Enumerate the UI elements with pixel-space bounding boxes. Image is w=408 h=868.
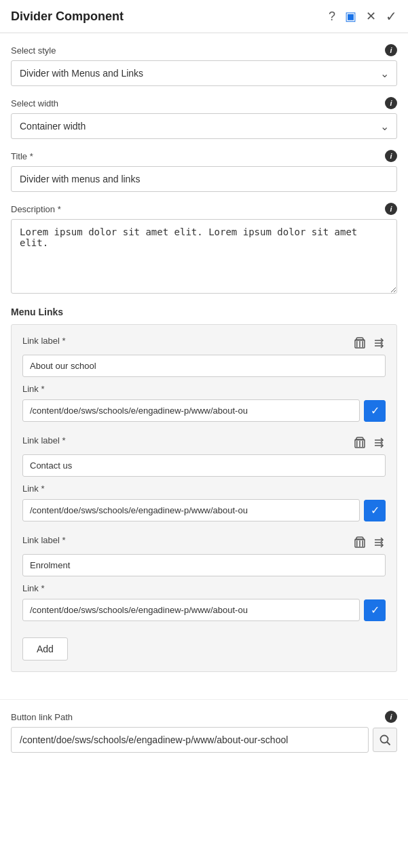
search-icon xyxy=(379,734,391,746)
style-select[interactable]: Divider with Menus and Links xyxy=(11,60,397,86)
reorder-link-button[interactable] xyxy=(372,436,386,450)
width-info-icon[interactable]: i xyxy=(385,97,397,109)
link-item-actions xyxy=(353,435,386,450)
description-info-icon[interactable]: i xyxy=(385,203,397,215)
svg-point-24 xyxy=(381,736,388,743)
link-label-label: Link label * xyxy=(22,535,348,545)
link-label-label: Link label * xyxy=(22,336,348,346)
reorder-link-button[interactable] xyxy=(372,536,386,549)
link-item-actions xyxy=(353,535,386,550)
link-item-actions xyxy=(353,336,386,351)
style-select-group: Select style i Divider with Menus and Li… xyxy=(11,44,397,86)
button-link-info-icon[interactable]: i xyxy=(385,711,397,723)
svg-rect-3 xyxy=(363,341,364,347)
link-url-row: ✓ xyxy=(22,599,386,621)
close-icon[interactable]: ✕ xyxy=(366,9,376,24)
trash-icon xyxy=(354,437,365,449)
button-link-input-wrap xyxy=(11,727,397,753)
svg-rect-19 xyxy=(363,540,364,547)
svg-rect-17 xyxy=(356,540,358,547)
title-label-row: Title i xyxy=(11,150,397,162)
bottom-section: Button link Path i xyxy=(0,699,408,764)
description-field-group: Description i xyxy=(11,203,397,296)
reorder-icon xyxy=(373,537,384,548)
description-label-row: Description i xyxy=(11,203,397,215)
reorder-icon xyxy=(373,338,384,349)
header-actions: ? ▣ ✕ ✓ xyxy=(329,8,397,24)
frame-icon[interactable]: ▣ xyxy=(345,9,356,24)
link-url-input[interactable] xyxy=(22,599,360,621)
app-header: Divider Component ? ▣ ✕ ✓ xyxy=(0,0,408,33)
svg-rect-1 xyxy=(356,341,358,347)
link-checkbox[interactable]: ✓ xyxy=(364,599,386,621)
link-url-row: ✓ xyxy=(22,499,386,521)
link-label-label: Link label * xyxy=(22,435,348,446)
add-link-wrap: Add xyxy=(22,635,386,660)
link-url-wrap xyxy=(22,599,360,621)
trash-icon xyxy=(354,337,365,349)
delete-link-button[interactable] xyxy=(353,535,367,550)
link-url-label: Link * xyxy=(22,484,386,494)
menu-links-section: Menu Links Link label * xyxy=(11,307,397,672)
style-info-icon[interactable]: i xyxy=(385,44,397,56)
style-label: Select style xyxy=(11,45,56,56)
description-input[interactable] xyxy=(11,219,397,294)
help-icon[interactable]: ? xyxy=(329,9,335,24)
style-select-wrapper: Divider with Menus and Links ⌄ xyxy=(11,60,397,86)
width-select-wrapper: Container width ⌄ xyxy=(11,113,397,139)
confirm-icon[interactable]: ✓ xyxy=(386,8,397,24)
button-link-input[interactable] xyxy=(11,727,369,753)
title-label: Title xyxy=(11,151,33,161)
link-item-header: Link label * xyxy=(22,435,386,450)
svg-rect-9 xyxy=(356,441,358,447)
delete-link-button[interactable] xyxy=(353,435,367,450)
link-item: Link label * xyxy=(22,435,386,521)
link-label-input[interactable] xyxy=(22,554,386,576)
main-content: Select style i Divider with Menus and Li… xyxy=(0,33,408,699)
link-url-wrap xyxy=(22,399,360,422)
link-url-label: Link * xyxy=(22,384,386,394)
checkmark-icon: ✓ xyxy=(371,404,379,417)
link-label-input[interactable] xyxy=(22,454,386,477)
style-select-label-row: Select style i xyxy=(11,44,397,56)
delete-link-button[interactable] xyxy=(353,336,367,351)
width-label: Select width xyxy=(11,98,58,108)
checkmark-icon: ✓ xyxy=(371,504,379,517)
link-item-header: Link label * xyxy=(22,535,386,550)
checkmark-icon: ✓ xyxy=(371,604,379,616)
link-item: Link label * xyxy=(22,336,386,422)
link-url-row: ✓ xyxy=(22,399,386,422)
svg-rect-11 xyxy=(363,441,364,447)
trash-icon xyxy=(354,536,365,549)
width-select-label-row: Select width i xyxy=(11,97,397,109)
search-link-button[interactable] xyxy=(373,728,397,752)
link-item-header: Link label * xyxy=(22,336,386,351)
page-title: Divider Component xyxy=(11,9,124,24)
menu-links-label: Menu Links xyxy=(11,307,397,317)
link-label-input[interactable] xyxy=(22,355,386,377)
svg-line-25 xyxy=(388,743,390,745)
add-link-button[interactable]: Add xyxy=(22,637,68,660)
title-input[interactable] xyxy=(11,166,397,192)
link-item: Link label * xyxy=(22,535,386,621)
link-checkbox[interactable]: ✓ xyxy=(364,400,386,422)
menu-links-container: Link label * xyxy=(11,324,397,672)
width-select[interactable]: Container width xyxy=(11,113,397,139)
button-link-label: Button link Path xyxy=(11,712,73,722)
link-url-input[interactable] xyxy=(22,399,360,422)
description-label: Description xyxy=(11,204,61,214)
reorder-icon xyxy=(373,437,384,448)
svg-rect-10 xyxy=(359,441,360,447)
link-url-label: Link * xyxy=(22,583,386,593)
title-field-group: Title i xyxy=(11,150,397,192)
svg-rect-2 xyxy=(359,341,360,347)
link-url-wrap xyxy=(22,499,360,521)
svg-rect-18 xyxy=(359,540,360,547)
reorder-link-button[interactable] xyxy=(372,336,386,350)
button-link-label-row: Button link Path i xyxy=(11,711,397,723)
link-checkbox[interactable]: ✓ xyxy=(364,500,386,521)
title-info-icon[interactable]: i xyxy=(385,150,397,162)
link-url-input[interactable] xyxy=(22,499,360,521)
width-select-group: Select width i Container width ⌄ xyxy=(11,97,397,139)
